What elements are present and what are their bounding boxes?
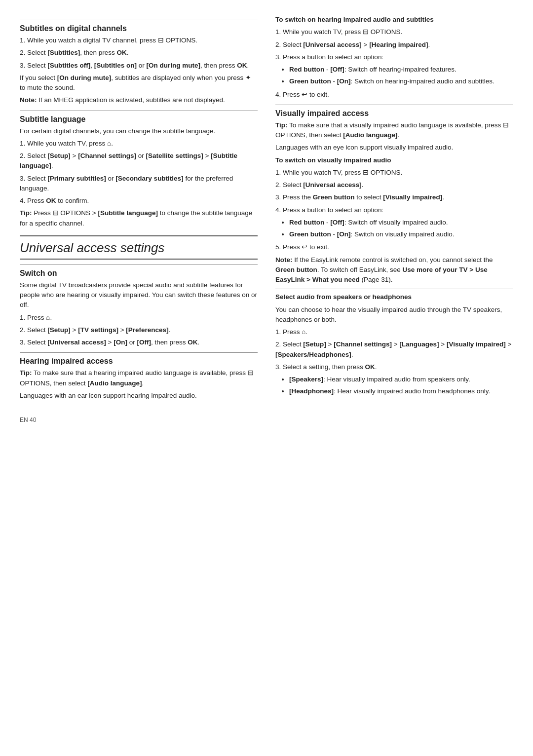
rule-switch-on: [20, 265, 258, 265]
visually-impaired-step4: 4. Press a button to select an option:: [275, 205, 513, 215]
rule-subtitle-language: [20, 111, 258, 111]
footer-text: EN 40: [20, 416, 258, 424]
subtitles-digital-p3: 3. Select [Subtitles off], [Subtitles on…: [20, 61, 258, 71]
switch-on-p4: 3. Select [Universal access] > [On] or […: [20, 338, 258, 347]
visually-impaired-title: Visually impaired access: [275, 109, 513, 118]
subtitle-language-title: Subtitle language: [20, 115, 258, 124]
visually-impaired-bullet-green: Green button - [On]: Switch on visually …: [289, 229, 513, 239]
visually-impaired-content: Languages with an eye icon support visua…: [275, 143, 513, 152]
switch-hearing-bullets: Red button - [Off]: Switch off hearing-i…: [289, 65, 513, 87]
select-audio-step2: 2. Select [Setup] > [Channel settings] >…: [275, 340, 513, 360]
switch-on-p3: 2. Select [Setup] > [TV settings] > [Pre…: [20, 325, 258, 335]
switch-on-p2: 1. Press .: [20, 313, 258, 323]
hearing-impaired-title: Hearing impaired access: [20, 357, 258, 366]
left-column: Subtitles on digital channels 1. While y…: [20, 15, 258, 427]
switch-hearing-step1: 1. While you watch TV, press OPTIONS.: [275, 27, 513, 37]
switch-hearing-step4: 4. Press to exit.: [275, 90, 513, 100]
rule-select-audio: [275, 289, 513, 289]
switch-hearing-title: To switch on hearing impaired audio and …: [275, 15, 513, 25]
switch-hearing-bullet-red: Red button - [Off]: Switch off hearing-i…: [289, 65, 513, 75]
visually-impaired-step3: 3. Press the Green button to select [Vis…: [275, 192, 513, 202]
switch-on-p1: Some digital TV broadcasters provide spe…: [20, 280, 258, 310]
hearing-impaired-content: Languages with an ear icon support heari…: [20, 391, 258, 401]
subtitles-digital-note: Note: If an MHEG application is activate…: [20, 95, 258, 105]
visually-impaired-step1: 1. While you watch TV, press OPTIONS.: [275, 168, 513, 178]
visually-impaired-bullets: Red button - [Off]: Switch off visually …: [289, 218, 513, 240]
subtitle-language-p4: 3. Select [Primary subtitles] or [Second…: [20, 174, 258, 194]
right-column: To switch on hearing impaired audio and …: [275, 15, 513, 427]
visually-impaired-switch-title: To switch on visually impaired audio: [275, 155, 513, 165]
switch-hearing-step3: 3. Press a button to select an option:: [275, 52, 513, 62]
switch-hearing-bullet-green: Green button - [On]: Switch on hearing-i…: [289, 76, 513, 86]
universal-access-title: Universal access settings: [20, 240, 164, 255]
subtitle-language-p1: For certain digital channels, you can ch…: [20, 126, 258, 136]
visually-impaired-step5: 5. Press to exit.: [275, 242, 513, 252]
subtitles-digital-p4: If you select [On during mute], subtitle…: [20, 73, 258, 93]
select-audio-title: Select audio from speakers or headphones: [275, 292, 513, 302]
hearing-impaired-tip: Tip: To make sure that a hearing impaire…: [20, 368, 258, 388]
subtitles-digital-p1: 1. While you watch a digital TV channel,…: [20, 36, 258, 45]
select-audio-bullet-headphones: [Headphones]: Hear visually impaired aud…: [289, 386, 513, 396]
select-audio-bullet-speakers: [Speakers]: Hear visually impaired audio…: [289, 375, 513, 384]
visually-impaired-tip: Tip: To make sure that a visually impair…: [275, 120, 513, 141]
subtitle-language-p2: 1. While you watch TV, press .: [20, 139, 258, 149]
switch-hearing-step2: 2. Select [Universal access] > [Hearing …: [275, 40, 513, 50]
subtitles-digital-p2: 2. Select [Subtitles], then press OK.: [20, 48, 258, 58]
rule-subtitles-digital: [20, 20, 258, 20]
select-audio-bullets: [Speakers]: Hear visually impaired audio…: [289, 375, 513, 397]
rule-hearing-impaired: [20, 352, 258, 353]
visually-impaired-bullet-red: Red button - [Off]: Switch off visually …: [289, 218, 513, 227]
switch-on-title: Switch on: [20, 269, 258, 278]
subtitle-language-p5: 4. Press OK to confirm.: [20, 196, 258, 206]
subtitles-digital-title: Subtitles on digital channels: [20, 24, 258, 33]
select-audio-content: You can choose to hear the visually impa…: [275, 305, 513, 325]
rule-visually-impaired: [275, 105, 513, 105]
visually-impaired-step2: 2. Select [Universal access].: [275, 180, 513, 190]
universal-access-section: Universal access settings: [20, 235, 258, 260]
select-audio-step3: 3. Select a setting, then press OK.: [275, 362, 513, 372]
subtitle-language-p3: 2. Select [Setup] > [Channel settings] o…: [20, 151, 258, 171]
select-audio-step1: 1. Press .: [275, 327, 513, 337]
subtitle-language-tip: Tip: Press OPTIONS > [Subtitle language]…: [20, 208, 258, 228]
visually-impaired-note: Note: If the EasyLink remote control is …: [275, 255, 513, 285]
